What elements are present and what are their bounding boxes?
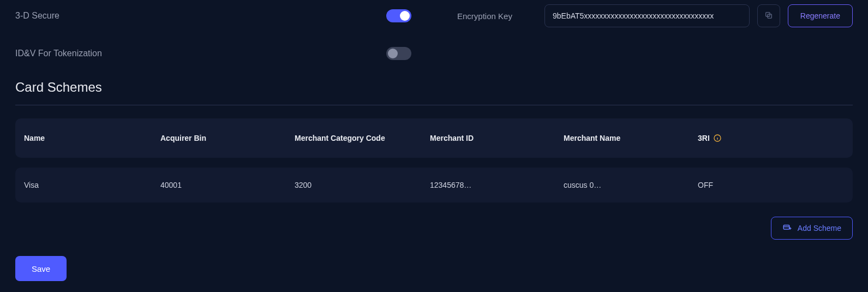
idv-tokenization-toggle[interactable] xyxy=(386,47,411,60)
toggle-knob xyxy=(400,11,410,21)
save-row: Save xyxy=(15,256,853,281)
table-actions: Add Scheme xyxy=(15,217,853,240)
regenerate-button[interactable]: Regenerate xyxy=(788,4,853,27)
col-header-3ri: 3RI xyxy=(698,134,844,142)
card-schemes-title: Card Schemes xyxy=(15,80,853,95)
three-d-secure-row: 3-D Secure Encryption Key Regenerate xyxy=(15,4,853,27)
table-header: Name Acquirer Bin Merchant Category Code… xyxy=(15,118,853,158)
cell-acquirer-bin: 40001 xyxy=(160,181,295,189)
save-button[interactable]: Save xyxy=(15,256,67,281)
cell-mcc: 3200 xyxy=(295,181,430,189)
add-scheme-button[interactable]: Add Scheme xyxy=(771,217,853,240)
add-scheme-label: Add Scheme xyxy=(798,224,841,233)
col-header-merchant-name: Merchant Name xyxy=(564,134,698,142)
encryption-key-input[interactable] xyxy=(544,4,750,27)
card-schemes-table: Name Acquirer Bin Merchant Category Code… xyxy=(15,118,853,202)
cell-name: Visa xyxy=(24,181,160,189)
toggle-knob xyxy=(388,49,398,58)
col-header-mcc: Merchant Category Code xyxy=(295,134,430,142)
add-card-icon xyxy=(782,223,792,234)
table-row[interactable]: Visa 40001 3200 12345678… cuscus 0… OFF xyxy=(15,168,853,202)
section-divider xyxy=(15,105,853,105)
cell-merchant-id: 12345678… xyxy=(430,181,564,189)
encryption-key-label: Encryption Key xyxy=(457,11,539,21)
three-d-secure-label: 3-D Secure xyxy=(15,11,386,21)
col-header-name: Name xyxy=(24,134,160,142)
col-header-merchant-id: Merchant ID xyxy=(430,134,564,142)
col-header-acquirer-bin: Acquirer Bin xyxy=(160,134,295,142)
cell-merchant-name: cuscus 0… xyxy=(564,181,698,189)
idv-tokenization-label: ID&V For Tokenization xyxy=(15,49,386,58)
cell-3ri: OFF xyxy=(698,181,844,189)
idv-tokenization-row: ID&V For Tokenization xyxy=(15,47,853,60)
info-icon[interactable] xyxy=(713,134,722,142)
copy-icon xyxy=(764,11,773,21)
col-header-3ri-label: 3RI xyxy=(698,134,710,142)
copy-encryption-key-button[interactable] xyxy=(757,4,780,27)
three-d-secure-toggle[interactable] xyxy=(386,9,411,22)
